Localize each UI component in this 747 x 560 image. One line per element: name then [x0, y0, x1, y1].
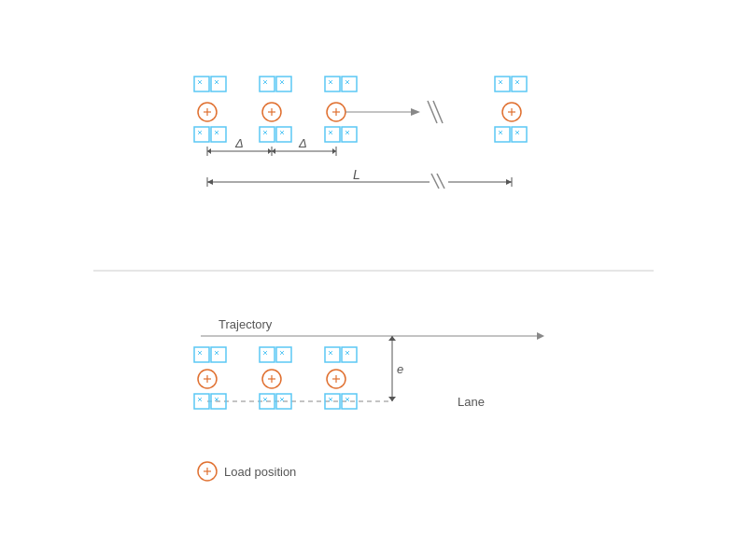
svg-marker-67 — [207, 148, 211, 154]
legend-load-symbol — [198, 462, 217, 481]
svg-line-35 — [428, 101, 437, 123]
axle-group-top-2 — [260, 77, 291, 91]
axle-group-bot-2 — [260, 127, 291, 142]
svg-marker-68 — [268, 148, 272, 154]
load-circle-4 — [502, 103, 521, 121]
axle-group-top-3 — [325, 77, 357, 91]
diagram-container: Δ Δ L Trajectory — [0, 0, 747, 560]
e-label: e — [397, 362, 403, 376]
b-axle-group-3 — [325, 347, 357, 362]
delta1-label: Δ — [234, 136, 244, 150]
svg-line-36 — [433, 101, 443, 123]
load-circle-2 — [262, 103, 281, 121]
L-label: L — [353, 167, 360, 182]
axle-group-bot-right — [495, 127, 527, 142]
axle-group-bot-3 — [325, 127, 357, 142]
b-load-circle-2 — [262, 370, 281, 388]
svg-marker-76 — [207, 179, 213, 185]
svg-marker-77 — [506, 179, 512, 185]
axle-group-top-1 — [194, 77, 226, 91]
delta2-label: Δ — [298, 136, 307, 150]
b-load-circle-3 — [327, 370, 345, 388]
axle-group-bot-1 — [194, 127, 226, 142]
svg-marker-72 — [332, 148, 336, 154]
b-load-circle-1 — [198, 370, 217, 388]
lane-label: Lane — [458, 395, 485, 409]
load-circle-1 — [198, 103, 217, 121]
load-circle-3 — [327, 103, 345, 121]
axle-group-top-right — [495, 77, 527, 91]
b-axle-group-2 — [260, 347, 291, 362]
svg-marker-83 — [537, 332, 544, 340]
b-axle-group-1 — [194, 347, 226, 362]
svg-marker-71 — [272, 148, 275, 154]
trajectory-label: Trajectory — [218, 317, 273, 331]
svg-marker-34 — [411, 108, 420, 116]
load-position-label: Load position — [224, 465, 296, 479]
svg-marker-114 — [388, 397, 396, 401]
svg-marker-113 — [388, 336, 396, 341]
